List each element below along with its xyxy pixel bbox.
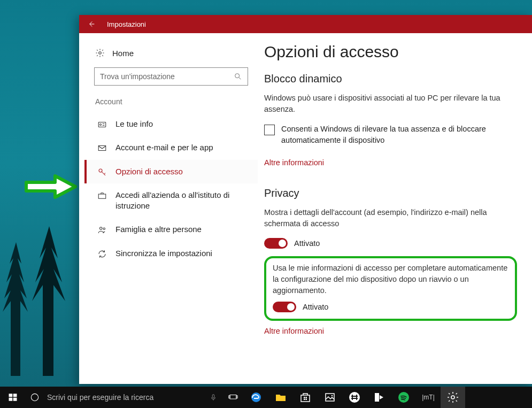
privacy-toggle2-state: Attivato [303, 303, 328, 311]
mt-label: |mT| [422, 394, 435, 401]
privacy-toggle2[interactable] [273, 302, 296, 312]
film-icon [373, 391, 385, 404]
taskbar-search-placeholder: Scrivi qui per eseguire la ricerca [47, 393, 153, 402]
svg-rect-30 [306, 399, 307, 401]
sync-icon [97, 249, 107, 259]
store-app[interactable] [293, 387, 318, 408]
svg-rect-23 [229, 396, 230, 398]
svg-rect-31 [326, 394, 334, 401]
dynamic-lock-checkbox-label: Consenti a Windows di rilevare la tua as… [281, 124, 515, 146]
back-arrow-icon [87, 20, 96, 28]
dynamic-lock-checkbox-row[interactable]: Consenti a Windows di rilevare la tua as… [264, 124, 515, 146]
privacy-toggle2-row: Attivato [273, 302, 508, 312]
svg-rect-12 [98, 194, 106, 198]
folder-icon [274, 391, 287, 404]
file-explorer-app[interactable] [268, 387, 293, 408]
search-icon [234, 72, 242, 81]
nav-item-label: Account e-mail e per le app [115, 142, 213, 153]
briefcase-icon [97, 191, 107, 201]
mt-app[interactable]: |mT| [416, 387, 441, 408]
more-info-link-dynamic-lock[interactable]: Altre informazioni [264, 158, 324, 167]
cortana-icon [29, 392, 40, 403]
svg-point-1 [99, 52, 102, 55]
svg-marker-35 [380, 395, 383, 399]
titlebar: Impostazioni [79, 15, 532, 33]
start-button[interactable] [0, 387, 26, 408]
toggle-knob [279, 240, 286, 247]
taskbar: Scrivi qui per eseguire la ricerca |mT| [0, 387, 532, 408]
nav-item-email-accounts[interactable]: Account e-mail e per le app [84, 136, 258, 159]
search-input[interactable] [100, 72, 234, 81]
mail-icon [97, 143, 107, 153]
svg-rect-18 [13, 398, 17, 401]
dynamic-lock-description: Windows può usare i dispositivi associat… [264, 93, 515, 115]
key-icon [97, 167, 107, 177]
taskbar-search[interactable]: Scrivi qui per eseguire la ricerca [44, 387, 204, 408]
svg-point-37 [451, 396, 454, 399]
window-title: Impostazioni [104, 20, 146, 28]
svg-rect-22 [230, 395, 236, 399]
svg-rect-27 [304, 397, 305, 398]
windows-icon [8, 392, 18, 402]
svg-point-32 [331, 395, 333, 397]
home-label: Home [112, 49, 134, 58]
hash-icon [348, 391, 361, 404]
slack-app[interactable] [342, 387, 367, 408]
svg-point-5 [100, 124, 102, 126]
store-icon [299, 391, 312, 404]
svg-rect-26 [301, 395, 310, 402]
edge-app[interactable] [244, 387, 268, 408]
gear-icon [446, 391, 459, 404]
svg-point-2 [235, 74, 240, 78]
svg-rect-20 [212, 395, 214, 398]
svg-point-9 [99, 169, 102, 172]
spotify-app[interactable] [391, 387, 416, 408]
nav-item-work-school[interactable]: Accedi all'azienda o all'istituto di ist… [84, 183, 258, 218]
annotation-highlight-box: Usa le mie informazioni di accesso per c… [264, 256, 517, 321]
svg-point-36 [398, 392, 409, 403]
person-card-icon [97, 120, 107, 129]
nav-item-label: Famiglia e altre persone [115, 224, 202, 235]
settings-app-taskbar[interactable] [441, 387, 465, 408]
svg-rect-34 [375, 393, 379, 402]
more-info-link-privacy[interactable]: Altre informazioni [264, 327, 324, 335]
nav-item-label: Accedi all'azienda o all'istituto di ist… [115, 190, 247, 212]
nav-item-signin-options[interactable]: Opzioni di accesso [84, 160, 258, 183]
svg-line-11 [104, 173, 105, 174]
cortana-button[interactable] [26, 387, 44, 408]
sidebar-group-label: Account [84, 97, 258, 112]
content-pane: Opzioni di accesso Blocco dinamico Windo… [260, 33, 532, 384]
svg-rect-28 [306, 397, 307, 398]
task-view-button[interactable] [222, 387, 244, 408]
svg-point-33 [349, 392, 360, 403]
svg-point-14 [103, 228, 105, 229]
home-button[interactable]: Home [84, 43, 258, 63]
nav-item-your-info[interactable]: Le tue info [84, 112, 258, 136]
page-title: Opzioni di accesso [264, 43, 517, 61]
sidebar: Home Account Le tue info Account e-mail … [79, 33, 260, 384]
svg-line-3 [239, 78, 241, 79]
mic-icon [210, 392, 217, 402]
movies-app[interactable] [367, 387, 391, 408]
edge-icon [250, 391, 263, 404]
dynamic-lock-checkbox[interactable] [264, 125, 275, 135]
mic-button[interactable] [204, 387, 222, 408]
svg-rect-24 [236, 396, 237, 398]
privacy-toggle1[interactable] [264, 238, 288, 249]
nav-item-sync[interactable]: Sincronizza le impostazioni [84, 242, 258, 265]
privacy-toggle1-state: Attivato [294, 239, 320, 248]
nav-item-family[interactable]: Famiglia e altre persone [84, 218, 258, 241]
toggle-knob [287, 303, 295, 311]
svg-rect-8 [98, 146, 106, 151]
svg-point-13 [100, 227, 103, 230]
section-heading-dynamic-lock: Blocco dinamico [264, 73, 517, 85]
svg-point-19 [31, 394, 38, 401]
svg-rect-29 [304, 399, 305, 401]
photos-app[interactable] [318, 387, 342, 408]
nav-item-label: Le tue info [115, 119, 153, 129]
back-button[interactable] [79, 15, 104, 33]
privacy-toggle1-row: Attivato [264, 238, 517, 249]
photo-icon [323, 391, 336, 404]
search-input-container[interactable] [94, 67, 248, 86]
svg-rect-17 [9, 398, 13, 401]
